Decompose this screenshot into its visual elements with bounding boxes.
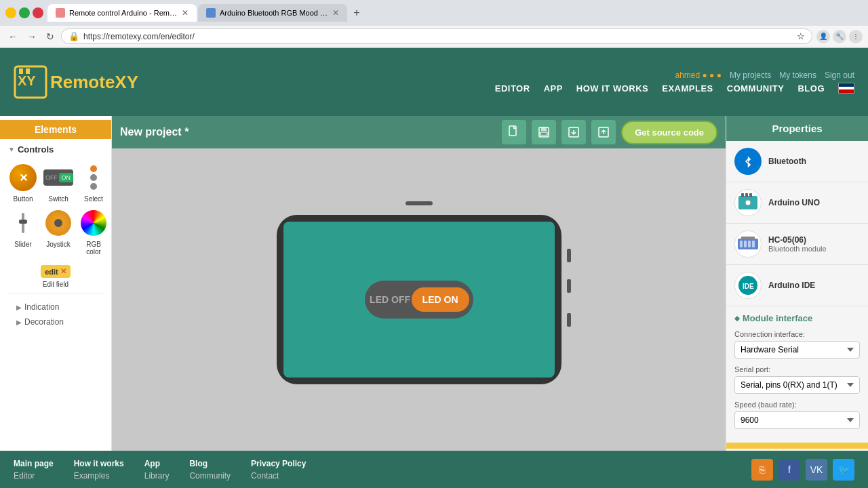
user-name: ahmed ● ● ● bbox=[675, 70, 721, 80]
controls-label: Controls bbox=[18, 144, 54, 155]
element-joystick[interactable]: Joystick bbox=[43, 208, 73, 256]
element-slider[interactable]: Slider bbox=[8, 208, 38, 256]
browser-tab-inactive[interactable]: Arduino Bluetooth RGB Mood L... ✕ bbox=[198, 4, 347, 22]
serial-port-select[interactable]: Serial, pins 0(RX) and 1(T) Serial1 bbox=[734, 376, 860, 394]
new-file-icon bbox=[508, 125, 520, 139]
element-button[interactable]: Button bbox=[8, 163, 38, 203]
joystick-icon bbox=[43, 208, 73, 238]
rgb-icon bbox=[79, 208, 108, 238]
footer-how-it-works[interactable]: How it works bbox=[74, 459, 124, 468]
toggle-on-label[interactable]: LED ON bbox=[412, 287, 469, 312]
phone-side-btn-3[interactable] bbox=[567, 313, 571, 327]
import-button[interactable] bbox=[561, 120, 586, 144]
browser-tabs: Remote control Arduino - Remo... ✕ Ardui… bbox=[47, 4, 863, 22]
forward-button[interactable]: → bbox=[24, 30, 39, 43]
browser-tab-active[interactable]: Remote control Arduino - Remo... ✕ bbox=[47, 4, 197, 22]
new-file-button[interactable] bbox=[502, 120, 526, 144]
footer-community[interactable]: Community bbox=[189, 471, 231, 481]
decoration-label: Decoration bbox=[24, 317, 64, 327]
rgb-graphic bbox=[81, 210, 106, 236]
nav-how-it-works[interactable]: HOW IT WORKS bbox=[576, 83, 648, 94]
prop-bluetooth[interactable]: Bluetooth bbox=[726, 141, 868, 182]
maximize-button[interactable] bbox=[19, 7, 30, 18]
footer-library[interactable]: Library bbox=[144, 471, 170, 481]
prop-arduino-uno[interactable]: Arduino UNO bbox=[726, 182, 868, 224]
lang-flag[interactable] bbox=[838, 83, 854, 94]
tab-label-1: Remote control Arduino - Remo... bbox=[69, 9, 178, 17]
vk-icon[interactable]: VK bbox=[806, 459, 827, 481]
baud-rate-select[interactable]: 9600 19200 38400 57600 115200 bbox=[734, 411, 860, 429]
phone-side-btn-2[interactable] bbox=[567, 279, 571, 293]
properties-scroll: Bluetooth Arduino UNO bbox=[726, 141, 868, 449]
decoration-title[interactable]: ▶ Decoration bbox=[16, 317, 95, 327]
extensions-icon[interactable]: 🔧 bbox=[833, 30, 846, 43]
footer-privacy[interactable]: Privacy Policy bbox=[251, 459, 306, 468]
sign-out-link[interactable]: Sign out bbox=[825, 70, 854, 80]
slider-label: Slider bbox=[14, 241, 32, 248]
svg-rect-17 bbox=[744, 241, 747, 247]
view-section[interactable]: View bbox=[726, 443, 868, 449]
footer-main-page[interactable]: Main page bbox=[14, 459, 54, 468]
button-icon bbox=[8, 163, 38, 192]
save-button[interactable] bbox=[532, 120, 556, 144]
tab-close-1[interactable]: ✕ bbox=[182, 8, 189, 18]
element-switch[interactable]: OFF ON Switch bbox=[43, 163, 73, 203]
nav-editor[interactable]: EDITOR bbox=[495, 83, 530, 94]
indication-title[interactable]: ▶ Indication bbox=[16, 302, 95, 312]
controls-section-title[interactable]: ▼ Controls bbox=[8, 144, 103, 155]
export-button[interactable] bbox=[591, 120, 616, 144]
nav-app[interactable]: APP bbox=[544, 83, 563, 94]
footer-examples[interactable]: Examples bbox=[74, 471, 124, 481]
prop-arduino-ide[interactable]: IDE Arduino IDE bbox=[726, 265, 868, 306]
serial-port-label: Serial port: bbox=[734, 365, 860, 373]
logo-icon: XY bbox=[14, 65, 47, 99]
footer-editor[interactable]: Editor bbox=[14, 471, 54, 481]
close-button[interactable] bbox=[33, 7, 43, 18]
indication-label: Indication bbox=[24, 302, 59, 312]
joystick-center bbox=[54, 219, 62, 227]
baud-rate-label: Speed (baud rate): bbox=[734, 401, 860, 409]
get-source-button[interactable]: Get source code bbox=[621, 121, 717, 144]
my-tokens-link[interactable]: My tokens bbox=[779, 70, 816, 80]
element-rgb[interactable]: RGB color bbox=[79, 208, 108, 256]
twitter-icon[interactable]: 🐦 bbox=[833, 459, 854, 481]
elements-header: Elements bbox=[0, 120, 111, 139]
back-button[interactable]: ← bbox=[5, 30, 20, 43]
phone-side-btn-1[interactable] bbox=[567, 249, 571, 262]
footer-contact[interactable]: Contact bbox=[251, 471, 306, 481]
nav-community[interactable]: COMMUNITY bbox=[727, 83, 785, 94]
select-dot-mid bbox=[90, 174, 97, 181]
svg-text:IDE: IDE bbox=[743, 283, 754, 290]
new-tab-button[interactable]: + bbox=[349, 5, 365, 21]
hc05-text-group: HC-05(06) Bluetooth module bbox=[768, 235, 827, 253]
connection-interface-select[interactable]: Hardware Serial Software Serial I2C bbox=[734, 341, 860, 359]
minimize-button[interactable] bbox=[5, 7, 16, 18]
browser-titlebar: Remote control Arduino - Remo... ✕ Ardui… bbox=[0, 0, 868, 26]
element-editfield[interactable]: edit ✕ Edit field bbox=[8, 265, 103, 288]
facebook-icon[interactable]: f bbox=[778, 459, 800, 481]
profile-icon[interactable]: 👤 bbox=[816, 30, 830, 43]
indication-section: ▶ Indication bbox=[8, 300, 103, 314]
address-bar[interactable]: 🔒 https://remotexy.com/en/editor/ ☆ bbox=[61, 28, 812, 44]
prop-hc05[interactable]: HC-05(06) Bluetooth module bbox=[726, 224, 868, 265]
star-icon[interactable]: ☆ bbox=[797, 31, 805, 41]
my-projects-link[interactable]: My projects bbox=[730, 70, 771, 80]
logo-area: XY Remote XY bbox=[14, 65, 138, 99]
rss-icon[interactable]: ⎘ bbox=[751, 459, 773, 481]
svg-rect-16 bbox=[740, 241, 743, 247]
canvas-area[interactable]: LED OFF LED ON bbox=[112, 148, 726, 451]
footer-app[interactable]: App bbox=[144, 459, 170, 468]
nav-examples[interactable]: EXAMPLES bbox=[662, 83, 713, 94]
baud-rate-group: Speed (baud rate): 9600 19200 38400 5760… bbox=[734, 401, 860, 429]
footer-col-3: App Library bbox=[144, 459, 170, 481]
elements-section: Elements ▼ Controls Button bbox=[0, 123, 111, 333]
nav-blog[interactable]: BLOG bbox=[797, 83, 825, 94]
footer-blog[interactable]: Blog bbox=[189, 459, 231, 468]
tab-close-2[interactable]: ✕ bbox=[332, 8, 339, 18]
elements-grid: Button OFF ON Switch bbox=[8, 160, 103, 258]
connection-interface-label: Connection interface: bbox=[734, 330, 860, 338]
reload-button[interactable]: ↻ bbox=[43, 30, 57, 43]
more-icon[interactable]: ⋮ bbox=[849, 30, 863, 43]
view-label: View bbox=[743, 448, 762, 449]
element-select[interactable]: Select bbox=[79, 163, 108, 203]
